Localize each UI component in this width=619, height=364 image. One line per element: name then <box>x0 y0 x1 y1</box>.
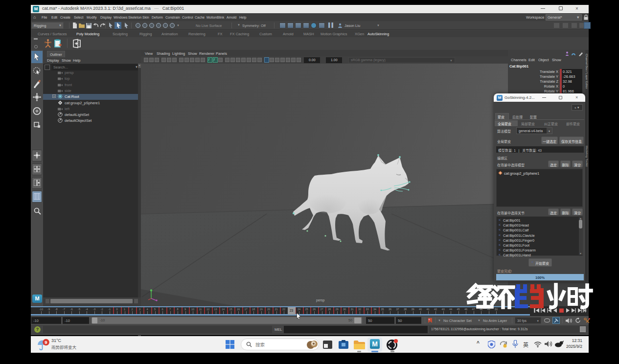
svg-text:9: 9 <box>45 340 47 345</box>
